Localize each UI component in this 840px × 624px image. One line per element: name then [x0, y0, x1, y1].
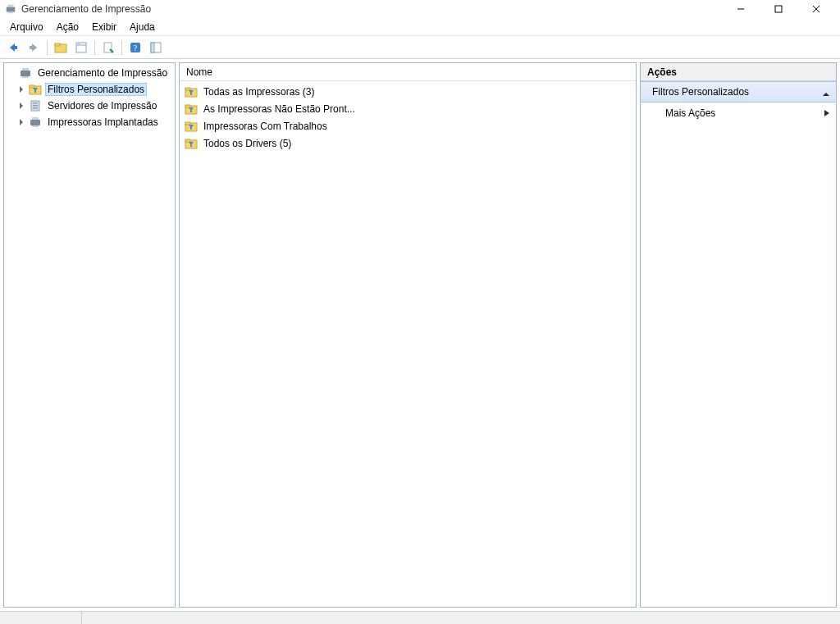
spacer: [6, 67, 17, 79]
list-label: As Impressoras Não Estão Pront...: [201, 102, 358, 116]
tree-root[interactable]: Gerenciamento de Impressão: [4, 65, 175, 81]
expand-icon[interactable]: [16, 84, 27, 95]
tree-servidores[interactable]: Servidores de Impressão: [4, 98, 175, 114]
svg-rect-11: [76, 43, 86, 52]
submenu-right-icon: [824, 107, 829, 119]
svg-rect-27: [33, 107, 38, 109]
tree-pane: Gerenciamento de Impressão Filtros Perso…: [3, 62, 176, 608]
tree-filtros-label: Filtros Personalizados: [45, 83, 147, 96]
menu-exibir[interactable]: Exibir: [85, 20, 123, 34]
svg-rect-7: [14, 46, 17, 49]
back-button[interactable]: [3, 39, 23, 57]
status-segment: [0, 612, 82, 624]
svg-rect-19: [21, 71, 30, 76]
tree-root-label: Gerenciamento de Impressão: [35, 66, 170, 80]
actions-item-mais-acoes[interactable]: Mais Ações: [641, 102, 836, 124]
svg-rect-34: [185, 105, 190, 107]
svg-rect-10: [55, 43, 60, 46]
list-item-nao-prontas[interactable]: As Impressoras Não Estão Pront...: [181, 100, 634, 117]
svg-rect-20: [22, 68, 29, 71]
svg-rect-28: [30, 120, 40, 125]
svg-rect-21: [22, 76, 29, 78]
maximize-button[interactable]: [760, 0, 797, 18]
list-item-com-trabalhos[interactable]: Impressoras Com Trabalhos: [181, 117, 634, 134]
list-label: Todos os Drivers (5): [201, 137, 294, 150]
list-pane: Nome Todas as Impressoras (3) As Impress…: [179, 62, 637, 608]
filter-folder-icon: [185, 102, 198, 116]
filter-folder-icon: [185, 137, 198, 150]
svg-rect-38: [185, 139, 190, 142]
list-label: Impressoras Com Trabalhos: [201, 120, 330, 133]
actions-group-label: Filtros Personalizados: [652, 86, 749, 98]
up-button[interactable]: [51, 39, 71, 57]
svg-rect-8: [30, 46, 33, 49]
minimize-button[interactable]: [722, 0, 760, 18]
menu-ajuda[interactable]: Ajuda: [123, 20, 162, 34]
svg-rect-14: [104, 43, 112, 52]
tree-implantadas-label: Impressoras Implantadas: [45, 116, 161, 129]
actions-item-label: Mais Ações: [665, 107, 715, 119]
list-item-todos-drivers[interactable]: Todos os Drivers (5): [181, 134, 634, 152]
nav-tree: Gerenciamento de Impressão Filtros Perso…: [4, 63, 175, 132]
actions-header: Ações: [641, 63, 836, 81]
server-icon: [29, 99, 42, 112]
collapse-up-icon: [823, 89, 829, 95]
close-button[interactable]: [797, 0, 835, 18]
svg-rect-2: [8, 12, 14, 14]
svg-rect-26: [33, 105, 38, 107]
actions-group-filtros[interactable]: Filtros Personalizados: [641, 81, 836, 102]
properties-button[interactable]: [71, 39, 91, 57]
svg-rect-23: [30, 85, 34, 88]
toolbar-separator: [94, 40, 95, 55]
svg-text:?: ?: [134, 43, 138, 52]
svg-point-13: [78, 43, 79, 43]
refresh-button[interactable]: [98, 39, 118, 57]
filter-folder-icon: [185, 120, 198, 133]
svg-rect-25: [33, 102, 38, 104]
main-area: Gerenciamento de Impressão Filtros Perso…: [0, 59, 840, 611]
printer-icon: [29, 116, 42, 129]
window-title: Gerenciamento de Impressão: [21, 3, 722, 15]
print-management-icon: [19, 66, 32, 80]
show-hide-tree-button[interactable]: [146, 39, 166, 57]
expand-icon[interactable]: [16, 100, 27, 112]
svg-rect-4: [775, 6, 782, 12]
svg-rect-1: [8, 5, 14, 7]
svg-rect-30: [32, 125, 39, 127]
toolbar-separator: [121, 40, 122, 55]
expand-icon[interactable]: [16, 116, 27, 128]
tree-servidores-label: Servidores de Impressão: [45, 99, 159, 112]
status-segment: [82, 612, 840, 624]
menu-acao[interactable]: Ação: [50, 20, 85, 34]
actions-pane: Ações Filtros Personalizados Mais Ações: [640, 62, 837, 608]
list-label: Todas as Impressoras (3): [201, 85, 317, 98]
titlebar: Gerenciamento de Impressão: [0, 0, 840, 18]
tree-filtros[interactable]: Filtros Personalizados: [4, 81, 175, 98]
svg-rect-36: [185, 122, 190, 125]
toolbar-separator: [47, 40, 48, 55]
filter-folder-icon: [185, 85, 198, 98]
list-item-todas-impressoras[interactable]: Todas as Impressoras (3): [181, 83, 634, 100]
filter-folder-icon: [29, 83, 42, 96]
svg-rect-32: [185, 88, 190, 90]
list-column-header-nome[interactable]: Nome: [180, 63, 636, 81]
window-controls: [722, 0, 835, 18]
svg-rect-0: [7, 7, 16, 11]
menu-arquivo[interactable]: Arquivo: [3, 20, 50, 34]
app-icon: [5, 3, 16, 15]
toolbar: ?: [0, 36, 840, 59]
list-body: Todas as Impressoras (3) As Impressoras …: [180, 81, 636, 153]
svg-rect-18: [151, 43, 154, 52]
status-bar: [0, 611, 840, 624]
svg-rect-29: [32, 117, 39, 120]
forward-button[interactable]: [24, 39, 43, 57]
menu-bar: Arquivo Ação Exibir Ajuda: [0, 18, 840, 36]
help-button[interactable]: ?: [126, 39, 145, 57]
tree-implantadas[interactable]: Impressoras Implantadas: [4, 114, 175, 130]
